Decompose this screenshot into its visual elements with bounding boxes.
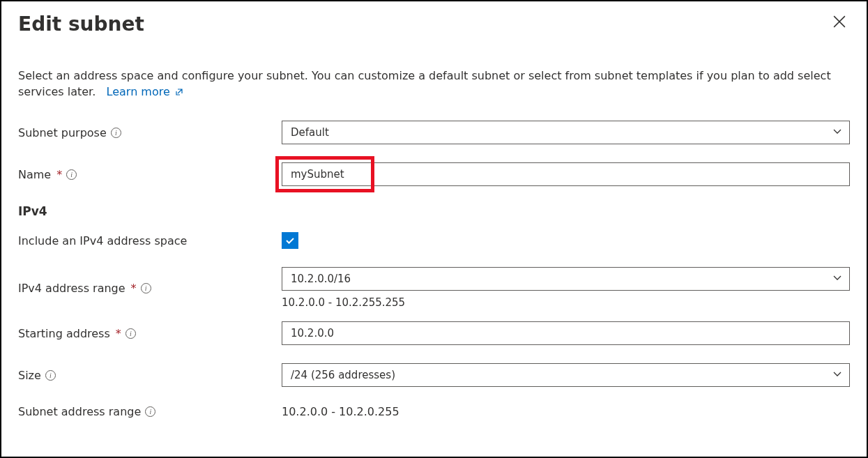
subnet-range-value: 10.2.0.0 - 10.2.0.255 (282, 405, 399, 418)
panel-header: Edit subnet (18, 8, 850, 36)
size-value: /24 (256 addresses) (291, 369, 395, 381)
name-input-value: mySubnet (291, 168, 344, 181)
label-subnet-range-text: Subnet address range (18, 405, 141, 418)
row-subnet-range: Subnet address range i 10.2.0.0 - 10.2.0… (18, 405, 850, 418)
checkmark-icon (284, 235, 296, 246)
close-icon (833, 15, 846, 28)
label-ipv4-range-text: IPv4 address range (18, 282, 125, 295)
label-name-text: Name (18, 168, 51, 181)
label-subnet-purpose: Subnet purpose i (18, 126, 282, 139)
label-start-address: Starting address * i (18, 327, 282, 340)
learn-more-text: Learn more (107, 85, 170, 98)
chevron-down-icon (832, 369, 842, 381)
ipv4-range-helper: 10.2.0.0 - 10.2.255.255 (282, 296, 850, 309)
required-indicator: * (116, 327, 121, 340)
row-name: Name * i mySubnet (18, 162, 850, 186)
row-subnet-purpose: Subnet purpose i Default (18, 121, 850, 144)
panel-title: Edit subnet (18, 13, 144, 36)
label-subnet-purpose-text: Subnet purpose (18, 126, 107, 139)
size-select[interactable]: /24 (256 addresses) (282, 363, 850, 387)
info-icon[interactable]: i (66, 169, 77, 180)
info-icon[interactable]: i (141, 283, 151, 293)
required-indicator: * (131, 282, 137, 295)
label-size: Size i (18, 369, 282, 382)
info-icon[interactable]: i (125, 328, 136, 339)
row-ipv4-range: IPv4 address range * i 10.2.0.0/16 10.2.… (18, 267, 850, 309)
intro-text: Select an address space and configure yo… (18, 68, 850, 100)
row-start-address: Starting address * i 10.2.0.0 (18, 321, 850, 345)
label-name: Name * i (18, 168, 282, 181)
chevron-down-icon (832, 126, 842, 139)
ipv4-range-value: 10.2.0.0/16 (291, 273, 351, 285)
row-include-ipv4: Include an IPv4 address space (18, 232, 850, 249)
info-icon[interactable]: i (45, 370, 56, 381)
subnet-purpose-select[interactable]: Default (282, 121, 850, 144)
label-include-ipv4-text: Include an IPv4 address space (18, 234, 187, 247)
learn-more-link[interactable]: Learn more (107, 85, 183, 98)
required-indicator: * (56, 168, 62, 181)
start-address-input[interactable]: 10.2.0.0 (282, 321, 850, 345)
label-ipv4-range: IPv4 address range * i (18, 282, 282, 295)
label-include-ipv4: Include an IPv4 address space (18, 234, 282, 247)
close-button[interactable] (829, 11, 850, 34)
info-icon[interactable]: i (111, 128, 121, 138)
label-size-text: Size (18, 369, 41, 382)
external-link-icon (175, 88, 183, 96)
ipv4-range-select[interactable]: 10.2.0.0/16 (282, 267, 850, 291)
row-size: Size i /24 (256 addresses) (18, 363, 850, 387)
subnet-purpose-value: Default (291, 126, 329, 139)
ipv4-heading: IPv4 (18, 204, 850, 218)
chevron-down-icon (832, 273, 842, 285)
start-address-value: 10.2.0.0 (291, 327, 334, 339)
label-start-address-text: Starting address (18, 327, 110, 340)
info-icon[interactable]: i (145, 406, 155, 417)
row-ipv4-range-wrap: IPv4 address range * i 10.2.0.0/16 10.2.… (18, 267, 850, 309)
label-subnet-range: Subnet address range i (18, 405, 282, 418)
include-ipv4-checkbox[interactable] (282, 232, 298, 249)
name-input[interactable]: mySubnet (282, 162, 850, 186)
edit-subnet-panel: Edit subnet Select an address space and … (0, 0, 868, 458)
